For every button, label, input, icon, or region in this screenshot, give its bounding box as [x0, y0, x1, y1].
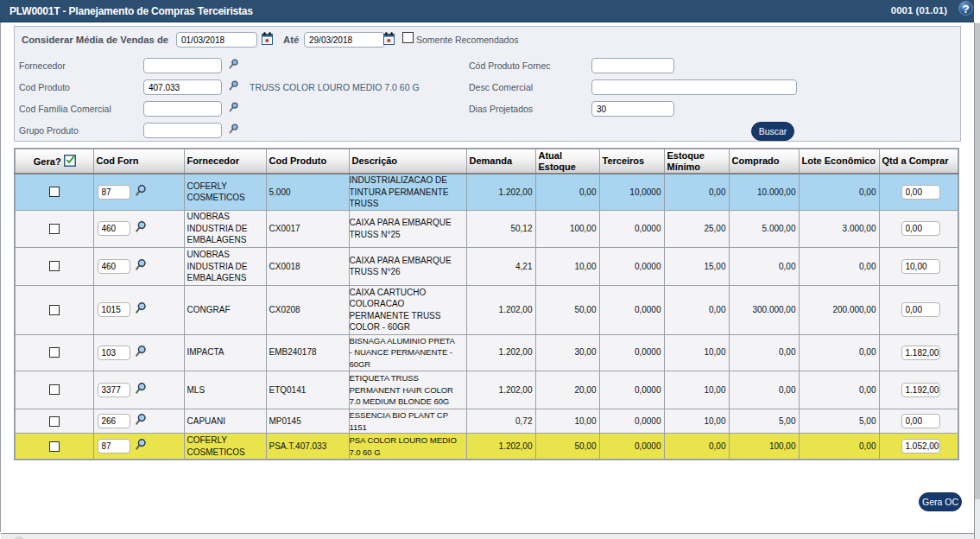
- svg-text:?: ?: [962, 3, 969, 16]
